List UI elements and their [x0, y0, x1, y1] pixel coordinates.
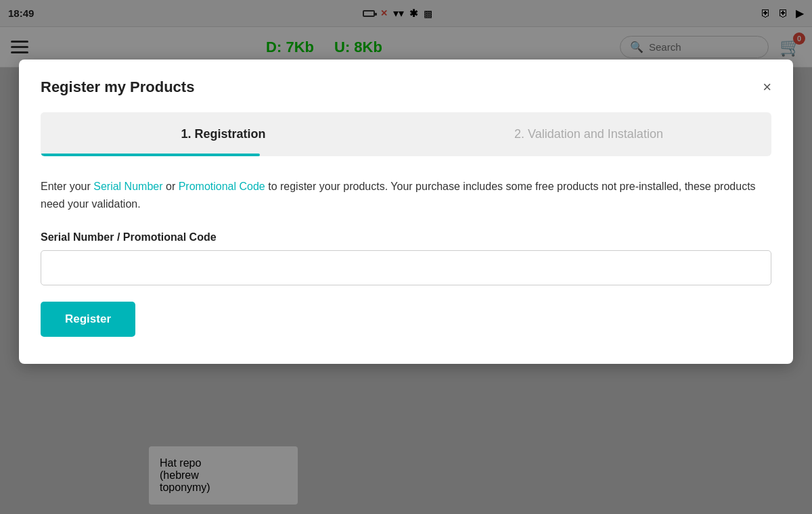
register-button[interactable]: Register [41, 302, 135, 337]
serial-number-input[interactable] [41, 250, 771, 285]
serial-number-link[interactable]: Serial Number [93, 181, 162, 192]
register-products-modal: Register my Products × 1. Registration 2… [19, 60, 793, 364]
modal-title: Register my Products [41, 78, 194, 96]
description-text: Enter your Serial Number or Promotional … [41, 178, 771, 212]
tab-registration[interactable]: 1. Registration [41, 112, 406, 156]
promo-code-link[interactable]: Promotional Code [179, 181, 265, 192]
serial-field-label: Serial Number / Promotional Code [41, 231, 771, 243]
tab-validation[interactable]: 2. Validation and Instalation [406, 112, 771, 156]
modal-close-button[interactable]: × [763, 80, 771, 95]
step-tabs: 1. Registration 2. Validation and Instal… [41, 112, 771, 156]
desc-part2: or [163, 181, 179, 192]
desc-part1: Enter your [41, 181, 93, 192]
modal-header: Register my Products × [41, 78, 771, 96]
